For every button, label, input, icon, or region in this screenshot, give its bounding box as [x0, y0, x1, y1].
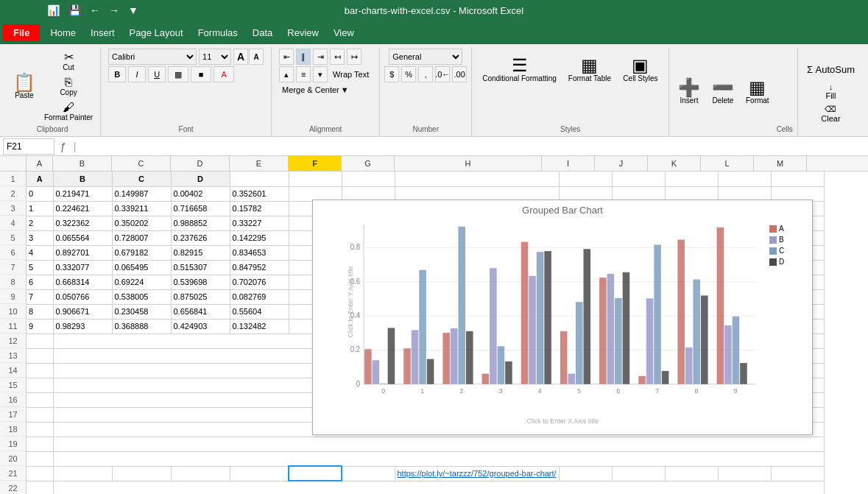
bold-button[interactable]: B	[108, 66, 126, 82]
align-center-button[interactable]: ∥	[296, 49, 311, 65]
cell-B4[interactable]: 0.322362	[53, 216, 112, 230]
cell-B8[interactable]: 0.668314	[53, 275, 112, 289]
cell-C21[interactable]	[112, 466, 171, 481]
cell-B2[interactable]: 0.219471	[53, 186, 112, 201]
menu-view[interactable]: View	[326, 24, 361, 41]
cell-C9[interactable]: 0.538005	[112, 289, 171, 304]
cell-I2[interactable]	[559, 186, 612, 201]
file-menu-button[interactable]: File	[3, 24, 40, 41]
percent-button[interactable]: %	[401, 66, 416, 82]
formula-input[interactable]	[80, 140, 865, 153]
accounting-button[interactable]: $	[384, 66, 399, 82]
row-num-18[interactable]: 18	[0, 422, 26, 437]
cell-C7[interactable]: 0.065495	[112, 260, 171, 275]
cell-C6[interactable]: 0.679182	[112, 245, 171, 260]
clear-button[interactable]: ⌫ Clear	[804, 103, 858, 124]
decrease-font-button[interactable]: A	[249, 49, 264, 65]
cell-A22[interactable]	[27, 481, 53, 494]
menu-review[interactable]: Review	[280, 24, 326, 41]
cell-A18[interactable]	[27, 422, 53, 437]
col-header-C[interactable]: C	[112, 156, 171, 171]
cell-A5[interactable]: 3	[27, 230, 53, 245]
cell-M2[interactable]	[771, 186, 824, 201]
increase-indent-button[interactable]: ↦	[347, 49, 361, 65]
row-num-1[interactable]: 1	[0, 172, 26, 186]
cell-H21[interactable]: https://plot.ly/~tarzzz/752/grouped-bar-…	[395, 466, 559, 481]
save-button[interactable]: 💾	[66, 3, 84, 18]
decrease-decimal-button[interactable]: .0←	[435, 66, 450, 82]
cell-C1[interactable]: C	[112, 172, 171, 186]
cell-C5[interactable]: 0.728007	[112, 230, 171, 245]
cell-A20[interactable]	[27, 451, 53, 466]
col-header-J[interactable]: J	[595, 156, 648, 171]
fill-color-button[interactable]: ■	[191, 66, 211, 82]
cell-D4[interactable]: 0.988852	[171, 216, 230, 230]
cell-K21[interactable]	[665, 466, 718, 481]
col-header-F[interactable]: F	[289, 156, 342, 171]
chart-container[interactable]: Grouped Bar Chart Click to Enter Y Axis …	[312, 200, 813, 435]
align-right-button[interactable]: ⇥	[313, 49, 328, 65]
cell-B3[interactable]: 0.224621	[53, 201, 112, 216]
col-header-M[interactable]: M	[754, 156, 807, 171]
row-num-16[interactable]: 16	[0, 392, 26, 407]
row-num-8[interactable]: 8	[0, 275, 26, 289]
copy-button[interactable]: ⎘ Copy	[56, 75, 81, 99]
row-num-4[interactable]: 4	[0, 216, 26, 230]
row-num-5[interactable]: 5	[0, 230, 26, 245]
font-size-select[interactable]: 11	[199, 49, 231, 65]
cell-A16[interactable]	[27, 392, 53, 407]
cell-A13[interactable]	[27, 348, 53, 363]
chart-svg[interactable]: 0 0.2 0.4 0.6 0.8 0123456789	[342, 217, 769, 414]
col-header-A[interactable]: A	[27, 156, 53, 171]
col-header-H[interactable]: H	[395, 156, 542, 171]
cell-B1[interactable]: B	[53, 172, 112, 186]
cell-I1[interactable]	[559, 172, 612, 186]
cell-C4[interactable]: 0.350202	[112, 216, 171, 230]
insert-button[interactable]: ➕ Insert	[674, 71, 705, 113]
redo-button[interactable]: →	[106, 3, 122, 18]
delete-button[interactable]: ➖ Delete	[708, 71, 738, 113]
conditional-formatting-button[interactable]: ☰ Conditional Formatting	[478, 49, 561, 91]
undo-button[interactable]: ←	[87, 3, 103, 18]
cell-A6[interactable]: 4	[27, 245, 53, 260]
row-num-2[interactable]: 2	[0, 186, 26, 201]
number-format-select[interactable]: General	[389, 49, 462, 65]
font-name-select[interactable]: Calibri	[108, 49, 197, 65]
cell-H2[interactable]	[395, 186, 559, 201]
cell-K1[interactable]	[665, 172, 718, 186]
cell-H1[interactable]	[395, 172, 559, 186]
autosum-button[interactable]: Σ AutoSum	[804, 59, 858, 80]
cell-B9[interactable]: 0.050766	[53, 289, 112, 304]
cell-C8[interactable]: 0.69224	[112, 275, 171, 289]
cell-G21[interactable]	[342, 466, 395, 481]
cell-D10[interactable]: 0.656841	[171, 304, 230, 319]
italic-button[interactable]: I	[128, 66, 146, 82]
row-num-22[interactable]: 22	[0, 481, 26, 494]
row-num-14[interactable]: 14	[0, 363, 26, 378]
increase-font-button[interactable]: A	[233, 49, 248, 65]
row-num-11[interactable]: 11	[0, 319, 26, 334]
row-num-12[interactable]: 12	[0, 334, 26, 348]
cell-B21[interactable]	[53, 466, 112, 481]
cell-A9[interactable]: 7	[27, 289, 53, 304]
row-num-9[interactable]: 9	[0, 289, 26, 304]
col-header-E[interactable]: E	[230, 156, 289, 171]
cell-C3[interactable]: 0.339211	[112, 201, 171, 216]
col-header-G[interactable]: G	[342, 156, 395, 171]
cell-M1[interactable]	[771, 172, 824, 186]
cell-F21[interactable]	[289, 466, 342, 481]
cell-C10[interactable]: 0.230458	[112, 304, 171, 319]
cell-G1[interactable]	[342, 172, 395, 186]
cell-E2[interactable]: 0.352601	[230, 186, 289, 201]
font-color-button[interactable]: A	[214, 66, 234, 82]
cell-A19[interactable]	[27, 437, 53, 451]
cell-A21[interactable]	[27, 466, 53, 481]
cell-L2[interactable]	[718, 186, 771, 201]
cell-A4[interactable]: 2	[27, 216, 53, 230]
cell-A17[interactable]	[27, 407, 53, 422]
cell-A15[interactable]	[27, 378, 53, 392]
cell-A12[interactable]	[27, 334, 53, 348]
cell-F2[interactable]	[289, 186, 342, 201]
cell-B7[interactable]: 0.332077	[53, 260, 112, 275]
row-num-10[interactable]: 10	[0, 304, 26, 319]
